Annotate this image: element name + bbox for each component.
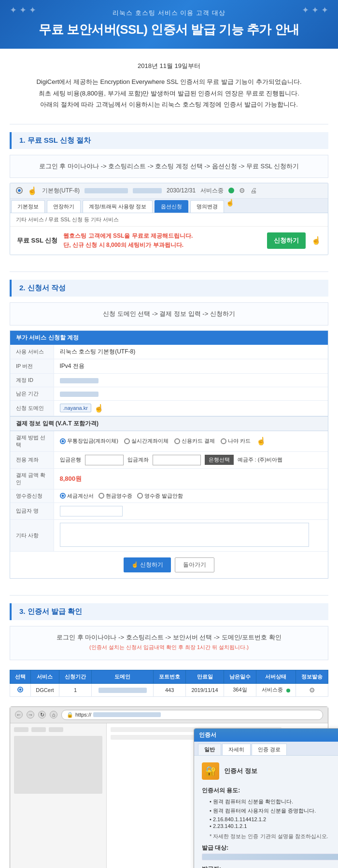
browser-content: 인증서 ✕ 일반 자세히 인증 경로 🔐 인증서 정보 인증서의 용도:: [10, 723, 328, 868]
radio-bank-transfer-label: 무통장입금(계좌이체): [67, 437, 118, 445]
browser-home-btn[interactable]: ⌂: [50, 711, 57, 719]
browser-url-bar[interactable]: 🔒 https://: [61, 710, 323, 720]
payment-section-title: 결제 정보 입력 (V.A.T 포함가격): [10, 416, 328, 431]
section1-steps: 로그인 후 마이나야나 -> 호스팅리스트 -> 호스팅 계정 선택 -> 옵션…: [10, 155, 328, 178]
header-subtitle: 리눅스 호스팅 서비스 이용 고객 대상: [10, 9, 328, 17]
value-payment-method: 무통장입금(계좌이체) 실시간계좌이체 신용카드 결제 나야 카드 ☝: [54, 431, 328, 452]
tab-basic-info[interactable]: 기본정보: [11, 200, 45, 213]
td-info[interactable]: ⚙: [296, 683, 328, 696]
page-header: ✦ ✦ ✦ ✦ ✦ ✦ 리눅스 호스팅 서비스 이용 고객 대상 무료 보안서버…: [0, 0, 338, 49]
spacer-2: [0, 583, 338, 591]
cert-table-wrap: 선택 서비스 신청기간 도메인 포트번호 만료일 남은일수 서버상태 정보발송 …: [0, 665, 338, 702]
radio-realtime[interactable]: 실시간계좌이체: [124, 437, 169, 445]
spacer-1: [0, 260, 338, 268]
value-service: 리눅스 호스팅 기본형(UTF-8): [54, 345, 328, 359]
th-select: 선택: [10, 670, 31, 683]
print-icon[interactable]: 🖨: [250, 187, 257, 194]
gear-icon[interactable]: ⚙: [239, 187, 245, 194]
td-port: 443: [154, 683, 186, 696]
account-input[interactable]: [153, 455, 201, 465]
domain-value[interactable]: .nayana.kr: [60, 404, 91, 412]
browser-window: ← → ↻ ⌂ 🔒 https://: [10, 706, 328, 868]
apply-ssl-button[interactable]: 신청하기: [267, 232, 306, 249]
section3-note-red: (인증서 설치는 신청서 입금내역 확인 후 최장 1시간 뒤 설치됩니다.): [29, 644, 309, 651]
tab-extend[interactable]: 연장하기: [47, 200, 81, 213]
cursor-icon-apply: ☝: [311, 236, 321, 245]
browser-refresh-btn[interactable]: ↻: [38, 711, 46, 719]
free-ssl-row: 무료 SSL 신청 웹호스팅 고객에게 SSL을 무료로 제공해드립니다. 단,…: [10, 227, 328, 255]
radio-realtime-label: 실시간계좌이체: [131, 437, 169, 445]
label-payment-method: 결제 방법 선택: [10, 431, 54, 452]
bank-owner-label: 예금주 : (주)비아웹: [238, 456, 283, 463]
radio-tax-circle: [60, 493, 66, 499]
radio-card[interactable]: 신용카드 결제: [174, 437, 215, 445]
radio-card-label: 신용카드 결제: [182, 437, 215, 445]
browser-forward-btn[interactable]: →: [27, 711, 34, 719]
cert-tab-general[interactable]: 일반: [198, 744, 221, 755]
service-radio[interactable]: [16, 187, 23, 194]
cert-table: 선택 서비스 신청기간 도메인 포트번호 만료일 남은일수 서버상태 정보발송 …: [10, 670, 328, 697]
form-row-service: 사용 서비스 리눅스 호스팅 기본형(UTF-8): [10, 345, 328, 359]
ui-tab-bar: 기본정보 연장하기 계정/트래픽 사용량 정보 옵션신청 명의변경 ☝: [10, 199, 328, 213]
info-icon[interactable]: ⚙: [309, 686, 315, 694]
tab-owner-change[interactable]: 명의변경: [190, 200, 224, 213]
td-domain: [92, 683, 154, 696]
cursor-icon-domain: ☝: [94, 404, 104, 413]
section3-steps-main: 로그인 후 마이나야나 -> 호스팅리스트 -> 보안서버 선택 -> 도메인/…: [20, 633, 318, 642]
label-remaining: 남은 기간: [10, 387, 54, 400]
td-days: 364일: [224, 683, 256, 696]
label-account-id: 계정 ID: [10, 373, 54, 387]
intro-section: 2018년 11월 19일부터 DigiCert에서 제공하는 Encrypti…: [0, 49, 338, 120]
browser-toolbar: ← → ↻ ⌂ 🔒 https://: [10, 707, 328, 723]
bank-name-input[interactable]: [85, 455, 124, 465]
other-textarea[interactable]: [60, 523, 309, 547]
th-expiry: 만료일: [186, 670, 224, 683]
bank-select-button[interactable]: 은행선택: [205, 455, 234, 465]
tab-options[interactable]: 옵션신청: [155, 200, 188, 213]
cert-table-header: 선택 서비스 신청기간 도메인 포트번호 만료일 남은일수 서버상태 정보발송: [10, 670, 328, 683]
radio-tax-invoice[interactable]: 세금계산서: [60, 492, 94, 500]
intro-line1: DigiCert에서 제공하는 Encryption Everywhere SS…: [19, 76, 319, 87]
cert-issuer-label: 발급자:: [202, 865, 338, 868]
url-text: https://: [75, 712, 91, 718]
form-row-account-id: 계정 ID: [10, 373, 328, 387]
value-remaining: [54, 387, 328, 400]
cert-issued-to-row: 발급 대상:: [202, 844, 338, 860]
submit-button[interactable]: ☝ 신청하기: [124, 557, 171, 572]
td-period: 1: [59, 683, 92, 696]
header-title: 무료 보안서버(SSL) 인증서 발급 기능 추가 안내: [10, 21, 328, 38]
domain-blurred-table: [99, 688, 147, 693]
browser-back-btn[interactable]: ←: [15, 711, 23, 719]
cert-issued-to-value: [202, 854, 338, 860]
remaining-blurred: [60, 392, 99, 397]
form-row-domain: 신청 도메인 .nayana.kr ☝: [10, 400, 328, 416]
cert-dialog: 인증서 ✕ 일반 자세히 인증 경로 🔐 인증서 정보 인증서의 용도:: [194, 728, 338, 868]
tab-usage[interactable]: 계정/트래픽 사용량 정보: [83, 200, 153, 213]
bookmark-item[interactable]: [49, 727, 63, 732]
divider-1: [10, 124, 328, 124]
depositor-input[interactable]: [60, 506, 123, 516]
radio-cash-receipt[interactable]: 현금영수증: [99, 492, 132, 500]
radio-no-receipt[interactable]: 영수증 발급안함: [137, 492, 183, 500]
radio-no-circle: [137, 493, 143, 499]
cert-tab-detail[interactable]: 자세히: [222, 744, 251, 755]
account-label: 입금계좌: [127, 456, 149, 463]
td-select[interactable]: [10, 683, 31, 696]
radio-naya-card[interactable]: 나야 카드: [221, 437, 251, 445]
th-domain: 도메인: [92, 670, 154, 683]
label-receipt: 영수증신청: [10, 489, 54, 502]
intro-date: 2018년 11월 19일부터: [19, 60, 319, 71]
bookmark-item[interactable]: [14, 727, 28, 732]
section2-form: 부가 서비스 신청할 계정 사용 서비스 리눅스 호스팅 기본형(UTF-8) …: [10, 330, 328, 579]
cert-tab-path[interactable]: 인증 경로: [252, 744, 287, 755]
row-select-radio[interactable]: [17, 687, 23, 692]
radio-tax-label: 세금계산서: [67, 492, 94, 500]
radio-naya-circle: [221, 438, 226, 444]
th-days: 남은일수: [224, 670, 256, 683]
domain-blurred-2: [133, 188, 162, 193]
cursor-icon-tab: ☝: [226, 199, 234, 213]
cancel-button[interactable]: 돌아가기: [175, 557, 214, 572]
radio-bank-transfer[interactable]: 무통장입금(계좌이체): [60, 437, 118, 445]
ssl-desc: 웹호스팅 고객에게 SSL을 무료로 제공해드립니다. 단, 신규 신청 시 8…: [63, 231, 261, 250]
bookmark-item[interactable]: [31, 727, 46, 732]
